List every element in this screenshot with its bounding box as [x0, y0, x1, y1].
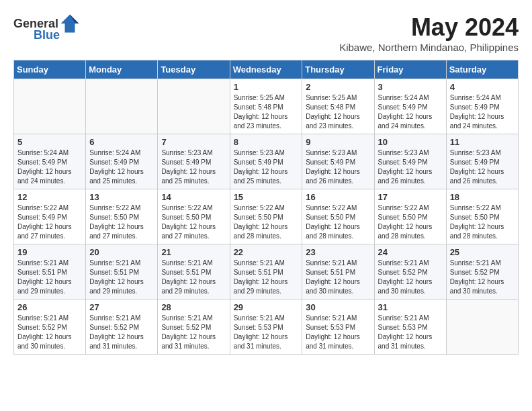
logo-blue-text: Blue [34, 28, 60, 42]
day-number: 19 [17, 247, 82, 257]
day-info: Sunrise: 5:25 AM Sunset: 5:48 PM Dayligh… [234, 93, 299, 131]
day-info: Sunrise: 5:21 AM Sunset: 5:51 PM Dayligh… [306, 259, 370, 296]
calendar-cell [158, 79, 230, 134]
calendar-week-row: 19Sunrise: 5:21 AM Sunset: 5:51 PM Dayli… [14, 244, 519, 300]
day-number: 9 [306, 137, 370, 147]
day-info: Sunrise: 5:22 AM Sunset: 5:50 PM Dayligh… [378, 203, 443, 241]
day-number: 1 [234, 82, 299, 92]
day-number: 25 [450, 247, 515, 257]
calendar-cell: 14Sunrise: 5:22 AM Sunset: 5:50 PM Dayli… [158, 189, 230, 244]
day-info: Sunrise: 5:22 AM Sunset: 5:50 PM Dayligh… [306, 203, 370, 241]
calendar-cell: 22Sunrise: 5:21 AM Sunset: 5:51 PM Dayli… [230, 244, 302, 300]
day-info: Sunrise: 5:22 AM Sunset: 5:50 PM Dayligh… [450, 203, 515, 241]
day-number: 24 [378, 247, 443, 257]
day-info: Sunrise: 5:23 AM Sunset: 5:49 PM Dayligh… [378, 148, 443, 186]
calendar-cell: 12Sunrise: 5:22 AM Sunset: 5:49 PM Dayli… [14, 189, 86, 244]
day-info: Sunrise: 5:21 AM Sunset: 5:51 PM Dayligh… [234, 259, 299, 296]
calendar-cell: 25Sunrise: 5:21 AM Sunset: 5:52 PM Dayli… [446, 244, 518, 300]
day-number: 2 [306, 82, 370, 92]
day-number: 23 [306, 247, 370, 257]
calendar-cell: 10Sunrise: 5:23 AM Sunset: 5:49 PM Dayli… [374, 134, 446, 189]
calendar-cell [14, 79, 86, 134]
weekday-header-saturday: Saturday [446, 60, 518, 79]
weekday-header-thursday: Thursday [302, 60, 374, 79]
calendar-cell: 31Sunrise: 5:21 AM Sunset: 5:53 PM Dayli… [374, 300, 446, 355]
day-number: 12 [17, 192, 82, 202]
calendar-cell: 16Sunrise: 5:22 AM Sunset: 5:50 PM Dayli… [302, 189, 374, 244]
day-number: 7 [161, 137, 226, 147]
calendar-cell: 27Sunrise: 5:21 AM Sunset: 5:52 PM Dayli… [86, 300, 158, 355]
calendar-cell: 11Sunrise: 5:23 AM Sunset: 5:49 PM Dayli… [446, 134, 518, 189]
calendar-cell: 5Sunrise: 5:24 AM Sunset: 5:49 PM Daylig… [14, 134, 86, 189]
day-number: 6 [89, 137, 154, 147]
calendar-table: SundayMondayTuesdayWednesdayThursdayFrid… [13, 60, 519, 355]
calendar-cell: 8Sunrise: 5:23 AM Sunset: 5:49 PM Daylig… [230, 134, 302, 189]
calendar-cell: 19Sunrise: 5:21 AM Sunset: 5:51 PM Dayli… [14, 244, 86, 300]
day-info: Sunrise: 5:25 AM Sunset: 5:48 PM Dayligh… [306, 93, 370, 131]
calendar-week-row: 12Sunrise: 5:22 AM Sunset: 5:49 PM Dayli… [14, 189, 519, 244]
calendar-cell: 9Sunrise: 5:23 AM Sunset: 5:49 PM Daylig… [302, 134, 374, 189]
calendar-week-row: 1Sunrise: 5:25 AM Sunset: 5:48 PM Daylig… [14, 79, 519, 134]
day-info: Sunrise: 5:21 AM Sunset: 5:51 PM Dayligh… [161, 259, 226, 296]
calendar-week-row: 5Sunrise: 5:24 AM Sunset: 5:49 PM Daylig… [14, 134, 519, 189]
day-number: 28 [161, 302, 226, 312]
day-number: 26 [17, 302, 82, 312]
calendar-cell: 1Sunrise: 5:25 AM Sunset: 5:48 PM Daylig… [230, 79, 302, 134]
day-number: 4 [450, 82, 515, 92]
calendar-cell: 30Sunrise: 5:21 AM Sunset: 5:53 PM Dayli… [302, 300, 374, 355]
day-info: Sunrise: 5:23 AM Sunset: 5:49 PM Dayligh… [161, 148, 226, 186]
logo: General Blue [13, 13, 80, 42]
location-subtitle: Kibawe, Northern Mindanao, Philippines [339, 42, 519, 53]
calendar-cell: 24Sunrise: 5:21 AM Sunset: 5:52 PM Dayli… [374, 244, 446, 300]
title-section: May 2024 Kibawe, Northern Mindanao, Phil… [339, 13, 519, 53]
calendar-cell: 18Sunrise: 5:22 AM Sunset: 5:50 PM Dayli… [446, 189, 518, 244]
day-number: 20 [89, 247, 154, 257]
weekday-header-tuesday: Tuesday [158, 60, 230, 79]
calendar-cell: 4Sunrise: 5:24 AM Sunset: 5:49 PM Daylig… [446, 79, 518, 134]
day-info: Sunrise: 5:21 AM Sunset: 5:52 PM Dayligh… [17, 314, 82, 351]
day-number: 10 [378, 137, 443, 147]
day-number: 29 [234, 302, 299, 312]
weekday-header-sunday: Sunday [14, 60, 86, 79]
calendar-cell: 23Sunrise: 5:21 AM Sunset: 5:51 PM Dayli… [302, 244, 374, 300]
day-number: 31 [378, 302, 443, 312]
day-number: 27 [89, 302, 154, 312]
day-info: Sunrise: 5:23 AM Sunset: 5:49 PM Dayligh… [234, 148, 299, 186]
calendar-cell [446, 300, 518, 355]
calendar-cell: 26Sunrise: 5:21 AM Sunset: 5:52 PM Dayli… [14, 300, 86, 355]
calendar-cell: 7Sunrise: 5:23 AM Sunset: 5:49 PM Daylig… [158, 134, 230, 189]
day-info: Sunrise: 5:21 AM Sunset: 5:51 PM Dayligh… [17, 259, 82, 296]
day-number: 21 [161, 247, 226, 257]
day-info: Sunrise: 5:21 AM Sunset: 5:53 PM Dayligh… [234, 314, 299, 351]
weekday-header-row: SundayMondayTuesdayWednesdayThursdayFrid… [14, 60, 519, 79]
day-number: 16 [306, 192, 370, 202]
day-info: Sunrise: 5:21 AM Sunset: 5:52 PM Dayligh… [161, 314, 226, 351]
calendar-cell: 6Sunrise: 5:24 AM Sunset: 5:49 PM Daylig… [86, 134, 158, 189]
day-info: Sunrise: 5:21 AM Sunset: 5:52 PM Dayligh… [89, 314, 154, 351]
calendar-cell: 20Sunrise: 5:21 AM Sunset: 5:51 PM Dayli… [86, 244, 158, 300]
month-year-title: May 2024 [339, 13, 519, 42]
day-info: Sunrise: 5:24 AM Sunset: 5:49 PM Dayligh… [89, 148, 154, 186]
day-number: 18 [450, 192, 515, 202]
day-info: Sunrise: 5:23 AM Sunset: 5:49 PM Dayligh… [450, 148, 515, 186]
day-number: 14 [161, 192, 226, 202]
day-info: Sunrise: 5:24 AM Sunset: 5:49 PM Dayligh… [450, 93, 515, 131]
day-info: Sunrise: 5:22 AM Sunset: 5:49 PM Dayligh… [17, 203, 82, 241]
day-number: 13 [89, 192, 154, 202]
day-info: Sunrise: 5:22 AM Sunset: 5:50 PM Dayligh… [234, 203, 299, 241]
day-number: 15 [234, 192, 299, 202]
day-number: 11 [450, 137, 515, 147]
calendar-cell: 13Sunrise: 5:22 AM Sunset: 5:50 PM Dayli… [86, 189, 158, 244]
day-number: 3 [378, 82, 443, 92]
calendar-cell: 3Sunrise: 5:24 AM Sunset: 5:49 PM Daylig… [374, 79, 446, 134]
day-info: Sunrise: 5:21 AM Sunset: 5:52 PM Dayligh… [378, 259, 443, 296]
calendar-cell: 15Sunrise: 5:22 AM Sunset: 5:50 PM Dayli… [230, 189, 302, 244]
day-info: Sunrise: 5:23 AM Sunset: 5:49 PM Dayligh… [306, 148, 370, 186]
day-number: 17 [378, 192, 443, 202]
weekday-header-monday: Monday [86, 60, 158, 79]
day-info: Sunrise: 5:21 AM Sunset: 5:52 PM Dayligh… [450, 259, 515, 296]
calendar-cell: 17Sunrise: 5:22 AM Sunset: 5:50 PM Dayli… [374, 189, 446, 244]
calendar-cell: 21Sunrise: 5:21 AM Sunset: 5:51 PM Dayli… [158, 244, 230, 300]
page-header: General Blue May 2024 Kibawe, Northern M… [13, 13, 519, 53]
calendar-cell [86, 79, 158, 134]
